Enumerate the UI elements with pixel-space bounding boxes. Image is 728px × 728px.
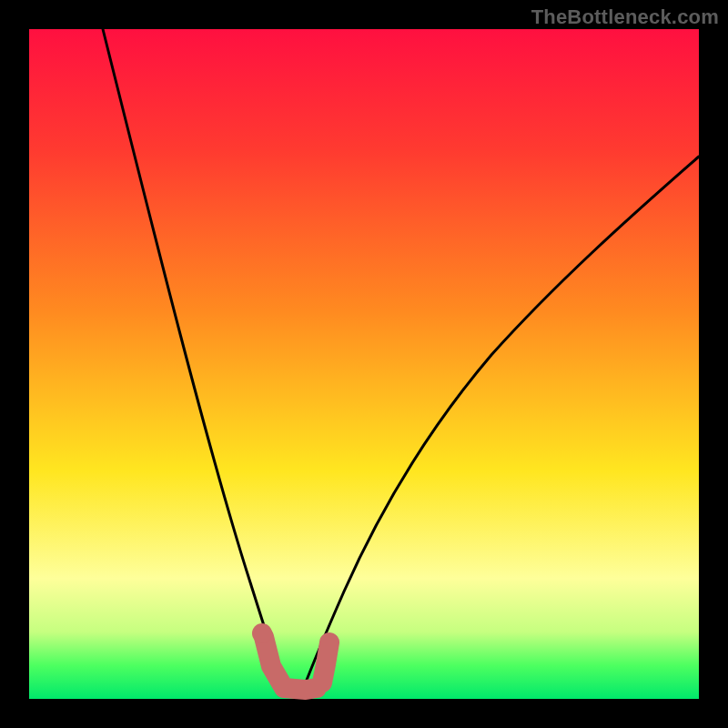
plot-background <box>29 29 699 699</box>
bottleneck-chart <box>0 0 728 728</box>
chart-frame: TheBottleneck.com <box>0 0 728 728</box>
marker-head <box>252 623 272 643</box>
watermark-text: TheBottleneck.com <box>531 5 719 29</box>
